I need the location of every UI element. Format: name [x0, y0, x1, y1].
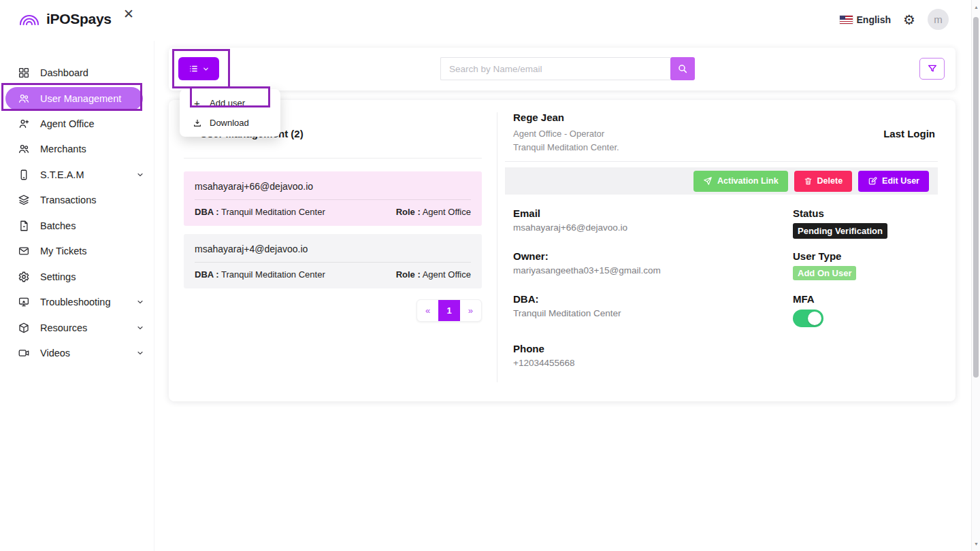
actions-dropdown-button[interactable]	[178, 57, 219, 80]
menu-item-add-user[interactable]: + Add user	[180, 93, 280, 113]
pagination: « 1 »	[416, 299, 482, 322]
filter-funnel-icon	[927, 63, 938, 74]
user-detail-panel: Rege Jean Agent Office - Operator Tranqu…	[497, 100, 956, 401]
settings-gear-icon[interactable]: ⚙	[903, 13, 915, 27]
users-icon	[18, 93, 30, 105]
edit-icon	[868, 176, 877, 186]
status-badge: Pending Verification	[793, 223, 887, 239]
layers-icon	[18, 194, 30, 206]
scrollbar-thumb[interactable]	[973, 17, 979, 378]
search-input[interactable]	[440, 57, 670, 80]
chevron-down-icon	[136, 298, 144, 306]
package-icon	[18, 322, 30, 334]
gear-icon	[18, 271, 30, 283]
brand-logo-icon	[18, 12, 41, 27]
person-plus-icon	[18, 118, 30, 130]
card-divider	[195, 262, 471, 263]
sidebar-item-user-management[interactable]: User Management	[5, 87, 143, 110]
search-button[interactable]	[670, 57, 695, 80]
dashboard-icon	[18, 67, 30, 79]
close-sidebar-icon[interactable]: ✕	[123, 6, 134, 22]
trash-icon	[804, 176, 813, 186]
field-user-type: User Type Add On User	[793, 250, 856, 280]
chevron-down-icon	[136, 349, 144, 357]
user-list-item-selected[interactable]: msahayaraj+66@dejavoo.io DBA : Tranquil …	[184, 171, 482, 226]
plus-icon: +	[192, 98, 202, 108]
sidebar-item-agent-office[interactable]: Agent Office	[0, 111, 154, 137]
send-icon	[703, 176, 713, 186]
mobile-device-icon	[18, 169, 30, 181]
scrollbar-down-icon[interactable]: ▼	[972, 541, 980, 546]
mfa-toggle[interactable]	[793, 310, 823, 327]
last-login-label: Last Login	[883, 128, 935, 139]
sidebar: Dashboard User Management Agent Office M…	[0, 41, 154, 551]
mail-icon	[18, 245, 30, 257]
field-email: Email msahayaraj+66@dejavoo.io	[513, 207, 627, 233]
field-phone: Phone +12034455668	[513, 343, 574, 368]
detail-action-bar: Activation Link Delete Edit User	[505, 167, 938, 195]
chevron-down-icon	[136, 171, 144, 179]
user-avatar[interactable]: m	[928, 9, 949, 30]
sidebar-item-steam[interactable]: S.T.E.A.M	[0, 162, 154, 188]
delete-button[interactable]: Delete	[794, 171, 853, 192]
chevron-down-icon	[202, 65, 210, 73]
toolbar	[169, 48, 956, 90]
user-email: msahayaraj+66@dejavoo.io	[195, 181, 471, 192]
card-divider	[195, 199, 471, 200]
sidebar-item-troubleshooting[interactable]: Troubleshooting	[0, 290, 154, 316]
download-icon	[192, 118, 202, 128]
sidebar-item-transactions[interactable]: Transactions	[0, 188, 154, 214]
detail-user-role: Agent Office - Operator	[513, 129, 604, 139]
detail-divider	[505, 161, 938, 162]
pagination-page-1[interactable]: 1	[438, 300, 459, 321]
app-header: iPOSpays ✕ English ⚙ m	[0, 0, 980, 41]
search-bar	[440, 57, 695, 80]
video-camera-icon	[18, 347, 30, 359]
toggle-knob	[808, 312, 821, 325]
field-dba: DBA: Tranquil Meditation Center	[513, 293, 621, 318]
user-dba: DBA : Tranquil Meditation Center	[195, 207, 325, 217]
merchants-icon	[18, 143, 30, 155]
user-management-panel: User Management (2) msahayaraj+66@dejavo…	[169, 100, 956, 401]
pagination-next[interactable]: »	[460, 300, 481, 321]
field-owner: Owner: mariyasangeetha03+15@gmail.com	[513, 250, 661, 276]
sidebar-item-batches[interactable]: Batches	[0, 213, 154, 239]
sidebar-item-my-tickets[interactable]: My Tickets	[0, 239, 154, 265]
sidebar-item-videos[interactable]: Videos	[0, 341, 154, 367]
brand-name: iPOSpays	[46, 11, 112, 27]
field-mfa: MFA	[793, 293, 823, 327]
page-scrollbar[interactable]: ▲ ▼	[971, 0, 980, 551]
detail-user-name: Rege Jean	[513, 112, 564, 123]
user-type-badge: Add On User	[793, 266, 856, 280]
search-icon	[677, 63, 688, 74]
scrollbar-up-icon[interactable]: ▲	[972, 5, 980, 10]
filter-button[interactable]	[919, 58, 945, 80]
user-role: Role : Agent Office	[396, 207, 471, 217]
us-flag-icon	[840, 16, 853, 24]
pagination-prev[interactable]: «	[417, 300, 438, 321]
chevron-down-icon	[136, 324, 144, 332]
detail-user-company: Tranquil Meditation Center.	[513, 142, 619, 152]
brand-logo: iPOSpays	[18, 11, 112, 27]
user-role: Role : Agent Office	[396, 269, 471, 280]
user-dba: DBA : Tranquil Meditation Center	[195, 269, 325, 280]
edit-user-button[interactable]: Edit User	[858, 171, 929, 192]
user-list-item[interactable]: msahayaraj+4@dejavoo.io DBA : Tranquil M…	[184, 234, 482, 288]
sidebar-item-dashboard[interactable]: Dashboard	[0, 60, 154, 86]
activation-link-button[interactable]: Activation Link	[693, 171, 788, 192]
field-status: Status Pending Verification	[793, 207, 887, 239]
language-label: English	[857, 14, 892, 25]
sidebar-item-settings[interactable]: Settings	[0, 264, 154, 290]
list-divider	[184, 158, 482, 158]
user-email: msahayaraj+4@dejavoo.io	[195, 244, 471, 254]
monitor-icon	[18, 296, 30, 308]
sidebar-item-merchants[interactable]: Merchants	[0, 137, 154, 163]
document-icon	[18, 220, 30, 232]
list-icon	[189, 64, 199, 73]
sidebar-item-resources[interactable]: Resources	[0, 315, 154, 341]
language-selector[interactable]: English	[840, 14, 892, 25]
menu-item-download[interactable]: Download	[180, 113, 280, 133]
actions-dropdown-menu: + Add user Download	[180, 89, 280, 137]
